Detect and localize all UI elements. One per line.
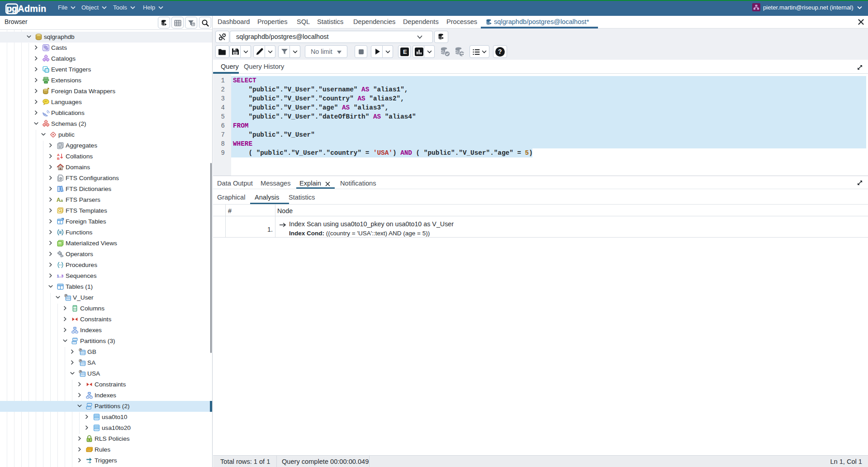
svg-text:Admin: Admin (18, 4, 46, 14)
svg-text:pg: pg (6, 4, 17, 14)
